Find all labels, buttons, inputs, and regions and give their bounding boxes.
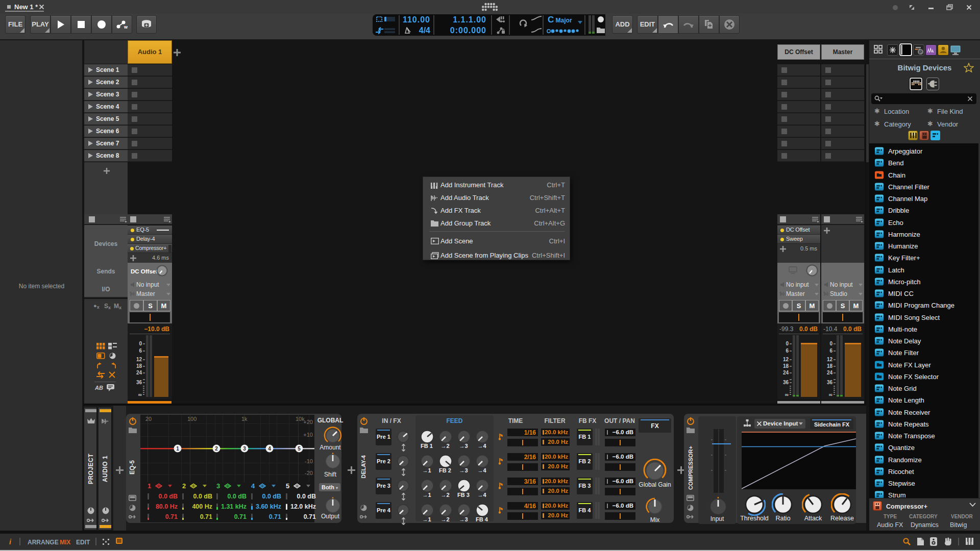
svg-text:w: w [124,24,128,29]
svg-text:5: 5 [298,446,301,452]
svg-text:1k: 1k [241,416,248,422]
svg-text:+10: +10 [303,432,313,438]
svg-text:P: P [919,49,922,55]
svg-text:-20: -20 [305,470,313,476]
svg-text:20: 20 [145,416,152,422]
svg-text:2: 2 [215,446,218,452]
svg-text:+20: +20 [303,419,313,425]
svg-text:3: 3 [243,446,246,452]
svg-text:100: 100 [187,416,197,422]
svg-text:4: 4 [268,446,271,452]
svg-text:-10: -10 [305,458,313,464]
svg-text:1: 1 [176,446,179,452]
